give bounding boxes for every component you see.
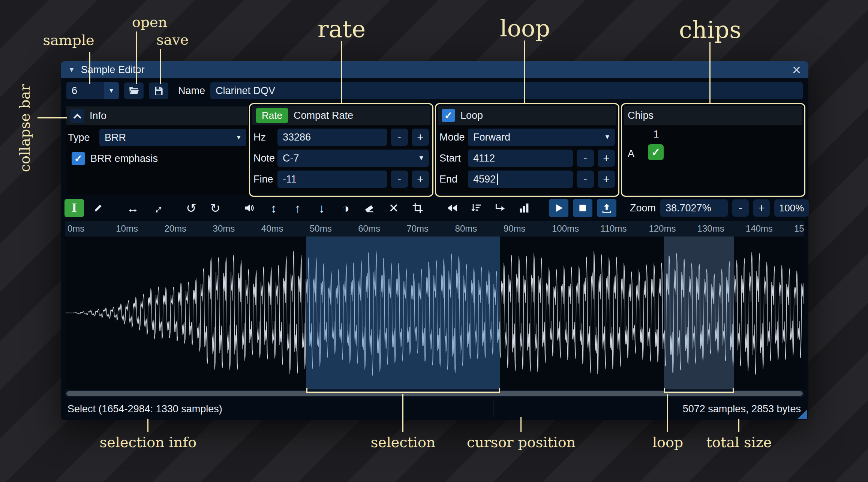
zoom-input[interactable]: 38.7027% bbox=[660, 199, 728, 217]
sample-selector[interactable]: 6 ▼ bbox=[66, 82, 119, 99]
loop-start-value: 4112 bbox=[473, 153, 495, 164]
play-icon[interactable] bbox=[549, 199, 568, 217]
hz-value: 33286 bbox=[283, 132, 311, 143]
trim-icon[interactable] bbox=[408, 199, 427, 217]
annotation-collapse-bar: collapse bar bbox=[16, 84, 33, 172]
type-select[interactable]: BRR ▼ bbox=[99, 129, 246, 146]
brr-emphasis-checkbox[interactable]: ✓ bbox=[72, 152, 85, 165]
selection-bracket bbox=[306, 388, 500, 393]
stop-icon[interactable] bbox=[573, 199, 592, 217]
preview-icon[interactable] bbox=[240, 199, 259, 217]
window-title: Sample Editor bbox=[81, 64, 145, 76]
loop-mode-select[interactable]: Forward ▼ bbox=[468, 129, 615, 146]
fade-in-icon[interactable]: ↑ bbox=[288, 199, 307, 217]
annotation-line-collapse-bar bbox=[37, 117, 67, 118]
fine-input[interactable]: -11 bbox=[277, 171, 387, 188]
zoom-reset-button[interactable]: 100% bbox=[774, 199, 809, 217]
loop-end-input[interactable]: 4592 bbox=[468, 171, 573, 188]
open-button[interactable] bbox=[124, 82, 144, 99]
window-collapse-icon[interactable]: ▼ bbox=[68, 66, 75, 74]
ruler-label: 140ms bbox=[746, 223, 773, 234]
loop-start-increment-button[interactable]: + bbox=[598, 150, 615, 167]
loop-start-decrement-button[interactable]: - bbox=[577, 150, 594, 167]
rate-panel-header: Rate Compat Rate bbox=[252, 106, 430, 125]
loop-checkbox[interactable]: ✓ bbox=[442, 109, 455, 122]
mode-label: Mode bbox=[439, 132, 468, 143]
fade-out-icon[interactable]: ↓ bbox=[312, 199, 331, 217]
loop-start-input[interactable]: 4112 bbox=[468, 150, 573, 167]
chips-panel: Chips 1 A ✓ bbox=[624, 106, 802, 194]
undo-icon[interactable]: ↺ bbox=[181, 199, 201, 217]
annotation-line-cursor-position bbox=[520, 417, 522, 432]
note-label: Note bbox=[253, 153, 277, 164]
ruler-label: 100ms bbox=[552, 223, 579, 234]
normalize-icon[interactable]: ↕ bbox=[264, 199, 283, 217]
annotation-line-loop-bottom bbox=[667, 394, 668, 432]
info-panel-header: Info bbox=[66, 106, 248, 125]
window-resize-grip[interactable] bbox=[798, 409, 807, 419]
status-separator bbox=[493, 401, 493, 417]
titlebar[interactable]: ▼ Sample Editor × bbox=[61, 61, 808, 78]
note-select[interactable]: C-7 ▼ bbox=[277, 150, 429, 167]
invert-icon[interactable]: ◑ bbox=[336, 199, 355, 217]
chart-icon[interactable] bbox=[514, 199, 534, 217]
zoom-label: Zoom bbox=[630, 202, 656, 214]
resize-icon[interactable]: ↔ bbox=[123, 199, 142, 217]
annotation-line-rate bbox=[341, 41, 342, 103]
zoom-out-button[interactable]: - bbox=[732, 199, 749, 217]
chevron-down-icon[interactable]: ▼ bbox=[104, 82, 119, 99]
info-header-label: Info bbox=[90, 110, 106, 122]
fine-decrement-button[interactable]: - bbox=[391, 171, 408, 188]
text-caret bbox=[497, 174, 498, 185]
hz-increment-button[interactable]: + bbox=[412, 129, 429, 146]
annotation-line-loop bbox=[524, 40, 525, 103]
chips-panel-highlight: Chips 1 A ✓ bbox=[621, 103, 805, 197]
loop-end-increment-button[interactable]: + bbox=[598, 171, 615, 188]
annotation-line-selection bbox=[402, 394, 403, 432]
compat-rate-label: Compat Rate bbox=[294, 110, 353, 121]
toolbar-icons: I↔↔↺↻↕↑↓◑× bbox=[64, 199, 616, 217]
filter-icon[interactable] bbox=[466, 199, 486, 217]
annotation-line-total-size bbox=[738, 419, 739, 432]
fine-label: Fine bbox=[253, 174, 277, 185]
draw-tool-icon[interactable] bbox=[88, 199, 108, 217]
collapse-info-button[interactable] bbox=[70, 109, 84, 123]
loop-end-decrement-button[interactable]: - bbox=[577, 171, 594, 188]
annotation-loop-bottom: loop bbox=[652, 434, 683, 451]
ruler-label: 20ms bbox=[164, 223, 186, 234]
note-value: C-7 bbox=[283, 153, 299, 164]
annotation-total-size: total size bbox=[706, 434, 772, 451]
selection-overlay bbox=[306, 237, 500, 389]
rate-button[interactable]: Rate bbox=[256, 108, 288, 123]
annotation-line-sample bbox=[89, 52, 90, 84]
hz-input[interactable]: 33286 bbox=[277, 129, 387, 146]
zoom-in-button[interactable]: + bbox=[753, 199, 770, 217]
save-button[interactable] bbox=[149, 82, 168, 99]
ruler-label: 40ms bbox=[261, 223, 283, 234]
select-tool-icon[interactable]: I bbox=[64, 199, 84, 217]
annotation-line-selection-info bbox=[147, 419, 148, 432]
name-label: Name bbox=[178, 85, 205, 97]
eraser-icon[interactable] bbox=[360, 199, 379, 217]
timeline-ruler[interactable]: 0ms10ms20ms30ms40ms50ms60ms70ms80ms90ms1… bbox=[65, 221, 804, 237]
ruler-label: 120ms bbox=[649, 223, 676, 234]
sample-editor-window: ▼ Sample Editor × 6 ▼ Name Clarinet DQV … bbox=[61, 61, 808, 420]
annotation-chips: chips bbox=[679, 16, 741, 43]
fine-increment-button[interactable]: + bbox=[412, 171, 429, 188]
redo-icon[interactable]: ↻ bbox=[205, 199, 225, 217]
hz-decrement-button[interactable]: - bbox=[391, 129, 408, 146]
annotation-line-chips bbox=[709, 42, 711, 103]
annotation-sample: sample bbox=[43, 32, 94, 48]
reverse-icon[interactable] bbox=[442, 199, 462, 217]
name-input[interactable]: Clarinet DQV bbox=[210, 82, 803, 99]
chevron-down-icon: ▼ bbox=[235, 134, 242, 141]
import-icon[interactable] bbox=[597, 199, 616, 217]
chevron-down-icon: ▼ bbox=[418, 154, 424, 162]
chip-enable-checkbox[interactable]: ✓ bbox=[648, 144, 664, 160]
delete-icon[interactable]: × bbox=[384, 199, 403, 217]
close-icon[interactable]: × bbox=[792, 62, 801, 77]
annotation-rate: rate bbox=[318, 15, 366, 43]
insert-icon[interactable] bbox=[490, 199, 510, 217]
ruler-label: 150ms bbox=[794, 223, 804, 234]
resize-time-icon[interactable]: ↔ bbox=[147, 199, 166, 217]
